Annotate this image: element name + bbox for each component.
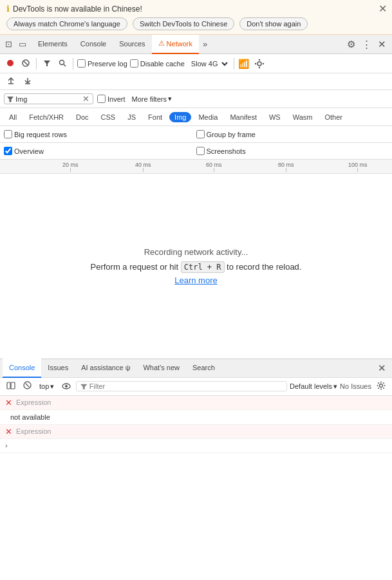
console-filter-icon xyxy=(80,383,88,390)
console-output: ✕ Expression not available ✕ Expression … xyxy=(0,396,392,581)
upload-icon xyxy=(6,76,15,85)
banner-close-button[interactable]: ✕ xyxy=(378,4,387,14)
filter-bar: ✕ Invert More filters ▾ xyxy=(0,90,392,108)
svg-line-19 xyxy=(26,384,30,388)
group-by-frame-checkbox[interactable] xyxy=(196,130,205,138)
tab-sources[interactable]: Sources xyxy=(113,35,151,54)
learn-more-link[interactable]: Learn more xyxy=(174,276,217,285)
svg-point-27 xyxy=(384,385,386,386)
devtools-settings-button[interactable]: ⚙ xyxy=(344,37,359,52)
svg-line-5 xyxy=(64,64,66,66)
tick-40ms: 40 ms xyxy=(135,162,151,172)
download-button[interactable] xyxy=(21,75,35,88)
throttle-select[interactable]: Slow 4G xyxy=(187,59,230,69)
bottom-tab-ai-assistance[interactable]: AI assistance ψ xyxy=(75,359,136,378)
network-gear-icon xyxy=(254,59,265,69)
console-row-expression-2: ✕ Expression xyxy=(0,425,392,439)
bottom-tab-console[interactable]: Console xyxy=(3,359,41,378)
banner-message: DevTools is now available in Chinese! xyxy=(13,5,142,14)
chip-wasm[interactable]: Wasm xyxy=(288,112,318,122)
error-icon-1: ✕ xyxy=(5,398,12,407)
svg-point-24 xyxy=(380,381,382,382)
screenshots-checkbox[interactable] xyxy=(196,147,205,155)
tick-100ms: 100 ms xyxy=(348,162,368,172)
console-filter-input[interactable] xyxy=(89,382,283,390)
info-icon: ℹ xyxy=(6,4,10,14)
devtools-close-button[interactable]: ✕ xyxy=(375,37,389,52)
search-icon xyxy=(59,59,66,67)
dont-show-again-button[interactable]: Don't show again xyxy=(239,17,308,30)
tab-console[interactable]: Console xyxy=(74,35,113,54)
chip-img[interactable]: Img xyxy=(169,112,191,122)
disable-cache-label[interactable]: Disable cache xyxy=(130,59,185,68)
big-request-rows-checkbox[interactable] xyxy=(4,130,12,138)
preserve-log-checkbox[interactable] xyxy=(77,59,86,68)
group-by-frame-label[interactable]: Group by frame xyxy=(196,130,256,138)
filter-button[interactable] xyxy=(41,57,53,70)
record-icon xyxy=(6,59,14,67)
chip-media[interactable]: Media xyxy=(193,112,223,122)
tab-elements[interactable]: Elements xyxy=(32,35,74,54)
console-clear-button[interactable] xyxy=(21,380,34,393)
chip-fetch-xhr[interactable]: Fetch/XHR xyxy=(24,112,69,122)
svg-point-21 xyxy=(65,385,68,388)
overview-label[interactable]: Overview xyxy=(4,147,44,155)
svg-point-4 xyxy=(60,60,64,64)
svg-point-26 xyxy=(377,385,378,386)
chip-js[interactable]: JS xyxy=(122,112,141,122)
console-eye-button[interactable] xyxy=(59,380,73,393)
options-bar-1: Big request rows Group by frame xyxy=(0,126,392,143)
inspect-icon-button[interactable]: ⊡ xyxy=(3,37,15,51)
chip-manifest[interactable]: Manifest xyxy=(225,112,262,122)
overview-checkbox[interactable] xyxy=(4,147,12,155)
default-levels-button[interactable]: Default levels ▾ xyxy=(290,382,337,391)
device-mode-button[interactable]: ▭ xyxy=(16,37,29,51)
expand-arrow-icon[interactable]: › xyxy=(5,442,8,449)
clear-button[interactable] xyxy=(19,57,32,70)
chip-doc[interactable]: Doc xyxy=(71,112,94,122)
console-sidebar-button[interactable] xyxy=(4,380,18,393)
devtools-more-button[interactable]: ⋮ xyxy=(359,37,375,52)
options-left: Big request rows xyxy=(4,130,196,138)
tab-more-button[interactable]: » xyxy=(199,39,211,49)
bottom-tab-search[interactable]: Search xyxy=(186,359,221,378)
more-filters-button[interactable]: More filters ▾ xyxy=(129,93,174,104)
context-dropdown-button[interactable]: top ▾ xyxy=(37,381,57,392)
preserve-log-label[interactable]: Preserve log xyxy=(77,59,127,68)
invert-checkbox[interactable] xyxy=(97,95,106,103)
svg-point-0 xyxy=(7,60,14,66)
svg-rect-17 xyxy=(11,382,15,389)
chip-ws[interactable]: WS xyxy=(264,112,286,122)
tick-60ms: 60 ms xyxy=(206,162,222,172)
record-button[interactable] xyxy=(4,57,17,70)
svg-marker-3 xyxy=(44,61,50,66)
chip-other[interactable]: Other xyxy=(319,112,348,122)
filter-input[interactable] xyxy=(15,95,80,103)
eye-icon xyxy=(62,383,71,389)
svg-point-23 xyxy=(380,384,383,387)
bottom-panel-close-button[interactable]: ✕ xyxy=(375,360,389,376)
chip-font[interactable]: Font xyxy=(143,112,167,122)
invert-label[interactable]: Invert xyxy=(97,95,126,103)
info-banner: ℹ DevTools is now available in Chinese! … xyxy=(0,0,392,35)
tab-network[interactable]: ⚠ Network xyxy=(152,35,199,54)
switch-devtools-button[interactable]: Switch DevTools to Chinese xyxy=(133,17,234,30)
bottom-tab-issues[interactable]: Issues xyxy=(41,359,75,378)
svg-point-7 xyxy=(259,59,260,60)
filter-clear-button[interactable]: ✕ xyxy=(82,95,90,103)
big-request-rows-label[interactable]: Big request rows xyxy=(4,130,67,138)
download-icon xyxy=(23,76,32,85)
disable-cache-checkbox[interactable] xyxy=(130,59,138,68)
console-settings-button[interactable] xyxy=(374,380,388,393)
chip-css[interactable]: CSS xyxy=(96,112,121,122)
network-warning-icon: ⚠ xyxy=(158,39,165,48)
type-filter-bar: All Fetch/XHR Doc CSS JS Font Img Media … xyxy=(0,108,392,126)
search-button[interactable] xyxy=(56,57,69,70)
console-value-1: not available xyxy=(5,412,55,422)
chip-all[interactable]: All xyxy=(4,112,22,122)
always-match-button[interactable]: Always match Chrome's language xyxy=(6,17,127,30)
devtools-tab-icons: ⊡ ▭ xyxy=(3,37,29,51)
bottom-tab-whats-new[interactable]: What's new xyxy=(136,359,186,378)
upload-button[interactable] xyxy=(4,75,18,88)
screenshots-label[interactable]: Screenshots xyxy=(196,147,246,155)
